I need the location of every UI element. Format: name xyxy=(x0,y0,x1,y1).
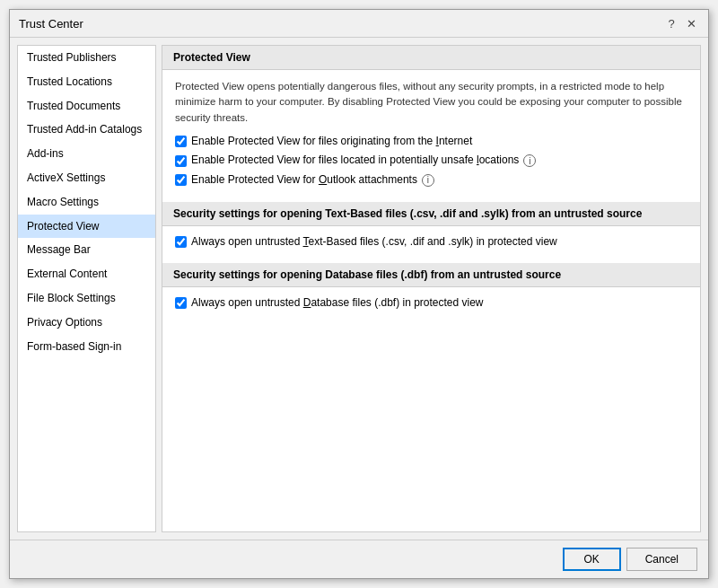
checkbox-database-row: Always open untrusted Database files (.d… xyxy=(175,296,687,311)
section1-body: Protected View opens potentially dangero… xyxy=(162,70,700,202)
sidebar-item-add-ins[interactable]: Add-ins xyxy=(18,142,155,166)
section2-body: Always open untrusted Text-Based files (… xyxy=(162,226,700,264)
sidebar-item-macro-settings[interactable]: Macro Settings xyxy=(18,190,155,215)
title-bar: Trust Center ? ✕ xyxy=(10,10,708,38)
section2-header: Security settings for opening Text-Based… xyxy=(162,202,700,226)
checkbox-unsafe[interactable] xyxy=(175,155,187,167)
sidebar-item-file-block-settings[interactable]: File Block Settings xyxy=(18,286,155,311)
close-button[interactable]: ✕ xyxy=(683,15,699,31)
dialog-footer: OK Cancel xyxy=(10,540,708,578)
sidebar-item-activex-settings[interactable]: ActiveX Settings xyxy=(18,166,155,190)
checkbox-database-label: Always open untrusted Database files (.d… xyxy=(191,296,484,311)
checkbox-unsafe-row: Enable Protected View for files located … xyxy=(175,154,687,168)
dialog-title: Trust Center xyxy=(19,17,83,31)
ok-button[interactable]: OK xyxy=(563,548,621,571)
checkbox-unsafe-label: Enable Protected View for files located … xyxy=(191,154,519,168)
checkbox-textbased-row: Always open untrusted Text-Based files (… xyxy=(175,235,687,250)
sidebar-item-trusted-documents[interactable]: Trusted Documents xyxy=(18,94,155,118)
info-icon-unsafe[interactable]: i xyxy=(523,154,536,167)
help-button[interactable]: ? xyxy=(663,15,679,31)
main-content: Protected View Protected View opens pote… xyxy=(162,45,701,532)
dialog-body: Trusted PublishersTrusted LocationsTrust… xyxy=(10,38,708,540)
checkbox-internet[interactable] xyxy=(175,136,187,147)
sidebar-item-external-content[interactable]: External Content xyxy=(18,262,155,286)
checkbox-outlook[interactable] xyxy=(175,174,187,186)
sidebar-item-trusted-publishers[interactable]: Trusted Publishers xyxy=(18,46,155,70)
checkbox-outlook-label: Enable Protected View for Outlook attach… xyxy=(191,173,417,188)
sidebar: Trusted PublishersTrusted LocationsTrust… xyxy=(17,45,156,532)
section1-header: Protected View xyxy=(162,46,700,70)
sidebar-item-privacy-options[interactable]: Privacy Options xyxy=(18,311,155,335)
checkbox-database[interactable] xyxy=(175,297,187,309)
sidebar-item-trusted-locations[interactable]: Trusted Locations xyxy=(18,70,155,94)
checkbox-textbased-label: Always open untrusted Text-Based files (… xyxy=(191,235,557,250)
title-bar-controls: ? ✕ xyxy=(663,15,699,31)
cancel-button[interactable]: Cancel xyxy=(626,548,697,571)
checkbox-internet-label: Enable Protected View for files originat… xyxy=(191,135,472,149)
sidebar-item-protected-view[interactable]: Protected View xyxy=(18,215,155,239)
trust-center-dialog: Trust Center ? ✕ Trusted PublishersTrust… xyxy=(9,9,709,579)
section3-header: Security settings for opening Database f… xyxy=(162,263,700,287)
sidebar-item-message-bar[interactable]: Message Bar xyxy=(18,238,155,262)
checkbox-textbased[interactable] xyxy=(175,236,187,248)
sidebar-item-trusted-addin-catalogs[interactable]: Trusted Add-in Catalogs xyxy=(18,118,155,142)
info-icon-outlook[interactable]: i xyxy=(422,174,434,187)
section3-body: Always open untrusted Database files (.d… xyxy=(162,287,700,325)
checkbox-outlook-row: Enable Protected View for Outlook attach… xyxy=(175,173,687,188)
checkbox-internet-row: Enable Protected View for files originat… xyxy=(175,135,687,149)
sidebar-item-form-based-sign-in[interactable]: Form-based Sign-in xyxy=(18,335,155,359)
section1-description: Protected View opens potentially dangero… xyxy=(175,79,687,126)
